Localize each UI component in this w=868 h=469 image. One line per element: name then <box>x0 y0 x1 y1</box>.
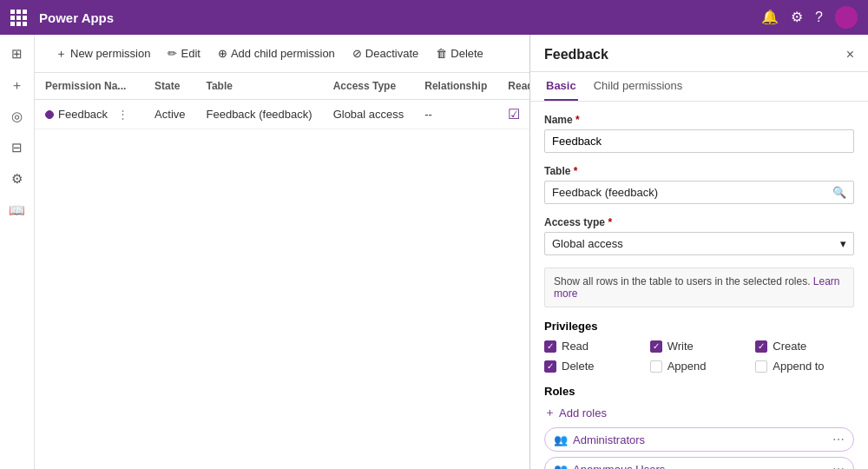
new-permission-button[interactable]: ＋ New permission <box>49 43 157 65</box>
row-relationship: -- <box>414 100 497 129</box>
privilege-append[interactable]: Append <box>650 360 749 373</box>
anonymous-more-button[interactable]: ⋯ <box>832 462 845 469</box>
active-dot <box>45 110 54 119</box>
hint-box: Show all rows in the table to users in t… <box>544 268 854 307</box>
table-input-wrapper[interactable]: Feedback (feedback) 🔍 <box>544 181 854 204</box>
row-access-type: Global access <box>323 100 415 129</box>
deactivate-button[interactable]: ⊘ Deactivate <box>345 43 425 63</box>
access-type-field-group: Access type * Global access ▾ <box>544 216 854 255</box>
plus-roles-icon: ＋ <box>544 405 556 420</box>
main-content: ＋ New permission ✏ Edit ⊕ Add child perm… <box>35 35 529 469</box>
col-table: Table <box>196 73 323 100</box>
row-table: Feedback (feedback) <box>196 100 323 129</box>
sidebar-table-icon[interactable]: ⊟ <box>5 135 30 160</box>
panel-title: Feedback <box>544 47 608 63</box>
privilege-delete[interactable]: Delete <box>544 360 643 373</box>
right-panel: Feedback × Basic Child permissions Name … <box>529 35 868 469</box>
row-context-menu[interactable]: ⋮ <box>112 106 134 122</box>
help-icon[interactable]: ? <box>815 10 823 24</box>
name-input-wrapper <box>544 129 854 153</box>
app-title: Power Apps <box>39 10 753 25</box>
close-panel-button[interactable]: × <box>846 47 854 63</box>
delete-icon: 🗑 <box>436 47 447 60</box>
topbar-right: 🔔 ⚙ ? <box>761 6 858 29</box>
roles-title: Roles <box>544 385 854 398</box>
add-child-icon: ⊕ <box>218 47 227 60</box>
privilege-append-to[interactable]: Append to <box>755 360 854 373</box>
privileges-title: Privileges <box>544 320 854 333</box>
create-checkbox[interactable] <box>755 340 767 353</box>
panel-header: Feedback × <box>530 35 868 72</box>
privilege-grid: Read Write Create Delete <box>544 340 854 373</box>
sidebar: ⊞ ＋ ◎ ⊟ ⚙ 📖 <box>0 35 35 469</box>
topbar: Power Apps 🔔 ⚙ ? <box>0 0 868 35</box>
privilege-create[interactable]: Create <box>755 340 854 353</box>
delete-checkbox[interactable] <box>544 360 556 373</box>
row-read: ☑ <box>497 100 529 129</box>
avatar[interactable] <box>835 6 858 29</box>
write-checkbox[interactable] <box>650 340 662 353</box>
table-row[interactable]: Feedback ⋮ Active Feedback (feedback) Gl… <box>35 100 529 129</box>
app-grid-icon[interactable] <box>10 10 27 26</box>
access-type-label: Access type * <box>544 216 854 228</box>
edit-button[interactable]: ✏ Edit <box>161 43 207 63</box>
settings-icon[interactable]: ⚙ <box>791 10 803 24</box>
sidebar-add-icon[interactable]: ＋ <box>5 73 30 97</box>
people-icon-anonymous: 👥 <box>554 463 568 470</box>
append-to-checkbox[interactable] <box>755 360 767 373</box>
row-state: Active <box>144 100 195 129</box>
add-child-permission-button[interactable]: ⊕ Add child permission <box>211 43 342 63</box>
deactivate-icon: ⊘ <box>352 47 362 60</box>
roles-section: Roles ＋ Add roles 👥 Administrators ⋯ 👥 A… <box>544 385 854 469</box>
read-checkbox[interactable] <box>544 340 556 353</box>
sidebar-settings-icon[interactable]: ⚙ <box>5 167 30 191</box>
name-field-group: Name * <box>544 114 854 153</box>
bell-icon[interactable]: 🔔 <box>761 10 779 24</box>
toolbar: ＋ New permission ✏ Edit ⊕ Add child perm… <box>35 35 529 73</box>
append-checkbox[interactable] <box>650 360 662 373</box>
col-relationship: Relationship <box>414 73 497 100</box>
privilege-read[interactable]: Read <box>544 340 643 353</box>
permissions-table: Permission Na... State Table Access Type… <box>35 73 529 129</box>
panel-tabs: Basic Child permissions <box>530 72 868 102</box>
chevron-down-icon: ▾ <box>840 237 846 250</box>
sidebar-book-icon[interactable]: 📖 <box>5 198 30 222</box>
col-permission-name: Permission Na... <box>35 73 144 100</box>
row-permission-name: Feedback ⋮ <box>35 100 144 129</box>
privilege-write[interactable]: Write <box>650 340 749 353</box>
plus-icon: ＋ <box>56 46 67 62</box>
col-read: Read <box>497 73 529 100</box>
panel-body: Name * Table * Feedback (feedback) 🔍 <box>530 102 868 469</box>
table-label: Table * <box>544 165 854 177</box>
col-state: State <box>144 73 195 100</box>
privileges-section: Privileges Read Write Create <box>544 320 854 373</box>
permissions-table-area: Permission Na... State Table Access Type… <box>35 73 529 469</box>
access-type-select[interactable]: Global access ▾ <box>544 232 854 255</box>
search-icon: 🔍 <box>832 186 846 199</box>
role-anonymous-users: 👥 Anonymous Users ⋯ <box>544 457 854 469</box>
tab-child-permissions[interactable]: Child permissions <box>592 72 685 101</box>
delete-button[interactable]: 🗑 Delete <box>429 43 490 63</box>
name-label: Name * <box>544 114 854 126</box>
tab-basic[interactable]: Basic <box>544 72 578 101</box>
table-field-group: Table * Feedback (feedback) 🔍 <box>544 165 854 204</box>
people-icon-administrators: 👥 <box>554 433 568 446</box>
sidebar-home-icon[interactable]: ⊞ <box>5 42 30 66</box>
name-input[interactable] <box>552 135 846 148</box>
sidebar-notification-icon[interactable]: ◎ <box>5 104 30 129</box>
edit-icon: ✏ <box>168 47 177 60</box>
add-roles-button[interactable]: ＋ Add roles <box>544 405 607 420</box>
role-administrators: 👥 Administrators ⋯ <box>544 427 854 452</box>
col-access-type: Access Type <box>323 73 415 100</box>
administrators-more-button[interactable]: ⋯ <box>832 433 845 446</box>
